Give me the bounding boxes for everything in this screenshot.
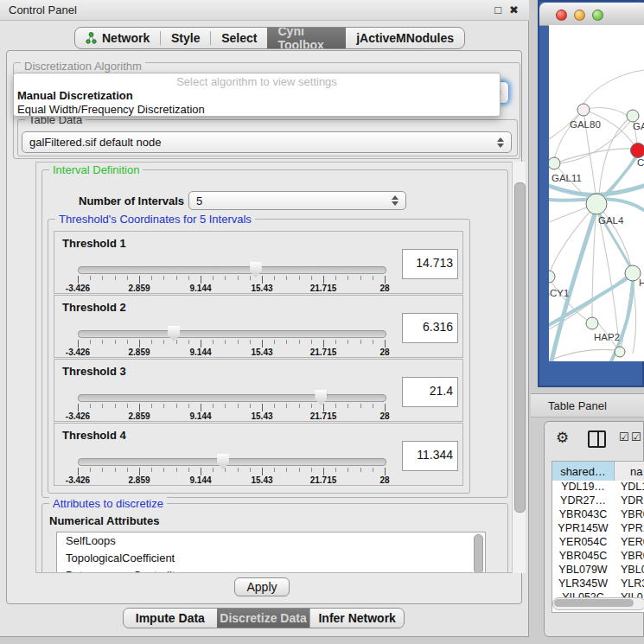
tab-impute-data[interactable]: Impute Data [124, 609, 217, 628]
dropdown-option-equal-width-frequency[interactable]: Equal Width/Frequency Discretization [17, 103, 496, 117]
node-label: GCY1 [549, 288, 569, 298]
node-label: C [637, 157, 644, 168]
settings-scrollpane: Interval Definition Number of Intervals … [35, 162, 526, 573]
network-window-titlebar [539, 3, 644, 26]
interval-definition-group-title: Interval Definition [49, 163, 143, 176]
tab-infer-network[interactable]: Infer Network [310, 609, 404, 628]
node-bottom[interactable] [615, 347, 625, 357]
tab-network[interactable]: Network [75, 28, 160, 48]
threshold-4-label: Threshold 4 [62, 429, 126, 442]
threshold-1-panel: Threshold 1 -3.4262.8599.14415.4321.7152… [54, 231, 463, 294]
algorithm-dropdown-popup: Select algorithm to view settings Manual… [13, 73, 501, 117]
network-icon [86, 32, 97, 44]
network-graph: GAL80 GA C GAL11 GAL4 GCY1 H HAP2 [549, 25, 644, 361]
threshold-1-slider[interactable] [78, 266, 386, 274]
threshold-4-value-field[interactable]: 11.344 [402, 441, 458, 471]
table-row[interactable]: YBR043CYBR0 [552, 508, 644, 522]
threshold-3-slider[interactable] [78, 394, 386, 402]
tab-style-label: Style [171, 31, 200, 45]
close-traffic-light-icon[interactable] [556, 10, 567, 21]
table-panel-title: Table Panel [548, 399, 607, 412]
tab-impute-data-label: Impute Data [136, 611, 205, 625]
threshold-4-panel: Threshold 4 -3.4262.8599.14415.4321.7152… [54, 423, 463, 486]
number-of-intervals-label: Number of Intervals [79, 194, 184, 207]
attributes-group-title: Attributes to discretize [49, 497, 167, 510]
tab-cyni-toolbox-label: Cyni Toolbox [277, 27, 335, 49]
list-scrollbar-thumb[interactable] [474, 534, 483, 573]
column-header-name[interactable]: na [615, 462, 644, 481]
tab-network-label: Network [102, 31, 150, 45]
table-row[interactable]: YPR145WYPR1 [552, 522, 644, 536]
threshold-3-panel: Threshold 3 -3.4262.8599.14415.4321.7152… [54, 359, 463, 422]
dropdown-option-manual-discretization[interactable]: Manual Discretization [17, 89, 496, 103]
node-gal4[interactable] [586, 194, 607, 214]
table-row[interactable]: YLR345WYLR3 [552, 577, 644, 591]
table-header-row: shared… na [552, 462, 644, 481]
node-gal80[interactable] [577, 104, 590, 116]
table-panel-titlebar: Table Panel [531, 393, 644, 418]
table-panel-window: ⚙ ☑ ☑ shared… na YDL19…YDL1 YDR27…YDR2 Y… [544, 421, 644, 637]
tab-infer-network-label: Infer Network [318, 611, 395, 625]
table-row[interactable]: YDR27…YDR2 [552, 494, 644, 508]
tab-cyni-toolbox[interactable]: Cyni Toolbox [267, 28, 346, 48]
threshold-3-label: Threshold 3 [62, 365, 126, 378]
list-item[interactable]: BetweennessCentrality [57, 567, 485, 573]
float-window-icon[interactable]: □ [494, 3, 501, 16]
slider-tick-labels: -3.4262.8599.14415.4321.71528 [78, 408, 385, 418]
table-data-combobox[interactable]: galFiltered.sif default node [22, 131, 512, 153]
threshold-2-slider[interactable] [78, 330, 386, 338]
table-horizontal-scrollbar[interactable] [552, 597, 644, 610]
node-hap2[interactable] [586, 317, 598, 329]
list-item[interactable]: TopologicalCoefficient [57, 550, 485, 567]
table-row[interactable]: YER054CYER0 [552, 536, 644, 550]
interval-definition-group: Interval Definition Number of Intervals … [41, 169, 508, 498]
gear-icon[interactable]: ⚙ [556, 429, 569, 446]
tab-jactivemnodules[interactable]: jActiveMNodules [346, 28, 464, 48]
combo-stepper-icon [497, 137, 504, 148]
table-row[interactable]: YBR045CYBR0 [552, 550, 644, 564]
control-panel-tabbar: Network Style Select Cyni Toolbox jActiv… [74, 27, 465, 49]
tab-discretize-data[interactable]: Discretize Data [217, 609, 310, 628]
tab-select-label: Select [221, 31, 257, 45]
panel-scrollbar[interactable] [512, 162, 526, 573]
threshold-3-value-field[interactable]: 21.4 [402, 377, 458, 407]
table-row[interactable]: YDL19…YDL1 [552, 481, 644, 494]
slider-tick-labels: -3.4262.8599.14415.4321.71528 [78, 344, 385, 354]
tab-style[interactable]: Style [161, 28, 210, 48]
node-gal11[interactable] [549, 157, 560, 169]
screen: Control Panel □ ✖ Network Style [0, 0, 644, 644]
close-window-icon[interactable]: ✖ [509, 3, 519, 16]
threshold-4-slider[interactable] [78, 458, 386, 466]
node-top-right[interactable] [627, 110, 639, 122]
node-label: GAL11 [552, 173, 582, 183]
dropdown-hint: Select algorithm to view settings [14, 75, 500, 88]
zoom-traffic-light-icon[interactable] [592, 10, 603, 21]
tab-jactivemnodules-label: jActiveMNodules [356, 31, 454, 45]
list-item[interactable]: SelfLoops [57, 532, 485, 550]
number-of-intervals-combobox[interactable]: 5 [188, 191, 406, 210]
network-canvas[interactable]: GAL80 GA C GAL11 GAL4 GCY1 H HAP2 [549, 25, 644, 361]
column-header-shared-name[interactable]: shared… [552, 462, 615, 481]
node-attribute-table: shared… na YDL19…YDL1 YDR27…YDR2 YBR043C… [552, 461, 644, 613]
threshold-1-label: Threshold 1 [62, 237, 126, 250]
split-columns-icon[interactable] [588, 430, 606, 448]
select-checkbox-icon[interactable]: ☑ [619, 429, 629, 446]
slider-tick-labels: -3.4262.8599.14415.4321.71528 [78, 472, 385, 482]
slider-tick-labels: -3.4262.8599.14415.4321.71528 [78, 280, 385, 290]
threshold-2-value-field[interactable]: 6.316 [402, 313, 458, 343]
panel-scrollbar-thumb[interactable] [514, 182, 526, 513]
threshold-2-panel: Threshold 2 -3.4262.8599.14415.4321.7152… [54, 295, 463, 358]
table-horizontal-scrollbar-thumb[interactable] [554, 599, 634, 607]
select-checkbox-icon[interactable]: ☑ [631, 429, 641, 446]
network-view-window: GAL80 GA C GAL11 GAL4 GCY1 H HAP2 [538, 0, 644, 387]
node-gcy1[interactable] [549, 271, 555, 283]
node-red-selected[interactable] [631, 143, 644, 158]
table-row[interactable]: YBL079WYBL0 [552, 564, 644, 577]
minimize-traffic-light-icon[interactable] [574, 10, 585, 21]
numerical-attributes-list[interactable]: SelfLoops TopologicalCoefficient Between… [56, 532, 486, 573]
apply-button[interactable]: Apply [234, 577, 290, 596]
tab-discretize-data-label: Discretize Data [220, 611, 306, 625]
tab-select[interactable]: Select [211, 28, 267, 48]
network-highlight-edges [549, 155, 644, 361]
threshold-1-value-field[interactable]: 14.713 [402, 249, 458, 279]
